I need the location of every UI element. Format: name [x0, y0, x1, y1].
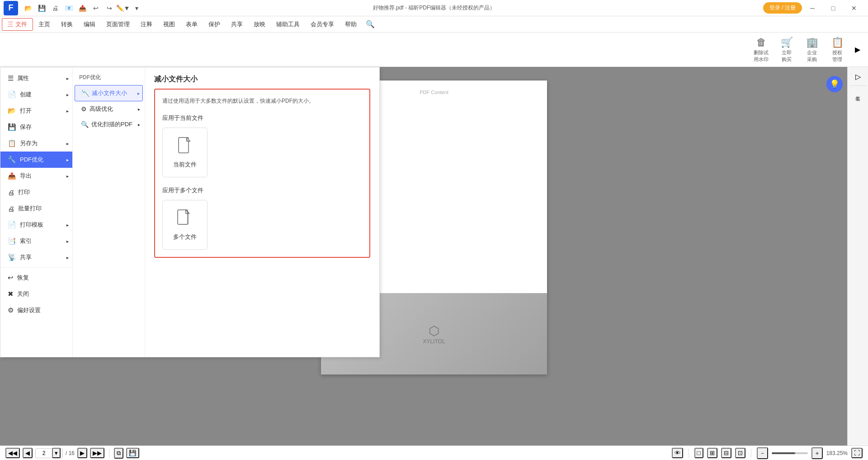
last-page-btn[interactable]: ▶▶ [90, 448, 104, 458]
minimize-btn[interactable]: ─ [802, 0, 823, 16]
fm-open[interactable]: 📂 打开 ▸ [0, 103, 72, 119]
po-reduce[interactable]: 📉 减小文件大小 ▸ [75, 85, 143, 101]
fm-save-label: 保存 [20, 123, 32, 131]
po-advanced[interactable]: ⚙ 高级优化 ▸ [75, 101, 143, 117]
fm-batch-print[interactable]: 🖨 批量打印 [0, 200, 72, 217]
view-scroll-btn[interactable]: ⊟ [721, 448, 731, 458]
login-register-btn[interactable]: 登录 / 注册 [763, 2, 802, 14]
fm-settings[interactable]: ⚙ 偏好设置 [0, 302, 72, 318]
current-file-icon [178, 137, 192, 157]
menu-tools[interactable]: 辅助工具 [271, 19, 305, 30]
view-single-btn[interactable]: □ [694, 448, 703, 458]
menu-forms[interactable]: 表单 [180, 19, 203, 30]
status-bar: ◀◀ ◀ ▾ / 16 ▶ ▶▶ ⧉ 💾 👁 □ ⊞ ⊟ ⊡ － ＋ 183.2… [0, 446, 868, 460]
toolbar-authorize[interactable]: 📋 授权管理 [826, 35, 849, 64]
menu-protect[interactable]: 保护 [203, 19, 226, 30]
fm-save-as-label: 另存为 [20, 139, 38, 147]
divider1 [109, 449, 109, 458]
po-scan-label: 优化扫描的PDF [91, 120, 132, 128]
multi-file-btn[interactable]: 多个文件 [162, 200, 208, 250]
next-page-btn[interactable]: ▶ [77, 448, 87, 458]
sidebar-sign-label[interactable]: 签名 [854, 89, 861, 96]
zoom-in-btn[interactable]: ＋ [811, 447, 823, 459]
fm-save-as[interactable]: 📋 另存为 ▸ [0, 135, 72, 152]
menu-annotate[interactable]: 注释 [135, 19, 158, 30]
fm-index[interactable]: 📑 索引 ▸ [0, 233, 72, 249]
save-page-btn[interactable]: 💾 [126, 448, 139, 458]
fm-print[interactable]: 🖨 打印 [0, 184, 72, 200]
search-icon[interactable]: 🔍 [366, 20, 375, 28]
dropdown-body: ☰ 属性 ▸ 📄 创建 ▸ 📂 打开 ▸ 💾 保存 [0, 67, 379, 357]
email-btn[interactable]: 📧 [62, 2, 75, 14]
redo-btn[interactable]: ↪ [103, 2, 116, 14]
view-mini-btn[interactable]: ⊡ [735, 448, 745, 458]
status-left: ◀◀ ◀ ▾ / 16 ▶ ▶▶ ⧉ 💾 [5, 448, 139, 459]
eye-btn[interactable]: 👁 [672, 448, 683, 458]
menu-present[interactable]: 放映 [248, 19, 271, 30]
print-icon: 🖨 [8, 189, 14, 196]
menu-edit[interactable]: 编辑 [78, 19, 101, 30]
po-scan[interactable]: 🔍 优化扫描的PDF ▸ [75, 117, 143, 132]
fm-recover[interactable]: ↩ 恢复 [0, 270, 72, 286]
page-input[interactable] [38, 450, 50, 456]
current-file-btn[interactable]: 当前文件 [162, 128, 208, 177]
toolbar-buy[interactable]: 🛒 立即购买 [775, 35, 798, 64]
menu-help[interactable]: 帮助 [340, 19, 362, 30]
status-right: 👁 □ ⊞ ⊟ ⊡ － ＋ 183.25% ⛶ [672, 447, 863, 459]
maximize-btn[interactable]: □ [823, 0, 844, 16]
fm-save[interactable]: 💾 保存 [0, 119, 72, 135]
advanced-icon: ⚙ [81, 105, 87, 113]
menu-vip[interactable]: 会员专享 [305, 19, 340, 30]
view-double-btn[interactable]: ⊞ [707, 448, 717, 458]
toolbar-delete-watermark[interactable]: 🗑 删除试用水印 [749, 35, 773, 64]
close-btn[interactable]: ✕ [844, 0, 864, 16]
po-reduce-label: 减小文件大小 [92, 89, 127, 97]
open-file-btn[interactable]: 📂 [22, 2, 34, 14]
window-controls: 登录 / 注册 ─ □ ✕ [759, 0, 864, 16]
right-sidebar: ▷ 签名 [847, 67, 868, 446]
fm-properties[interactable]: ☰ 属性 ▸ [0, 70, 72, 86]
close-icon: ✖ [8, 290, 14, 298]
page-dropdown-btn[interactable]: ▾ [52, 448, 61, 458]
lightbulb-btn[interactable]: 💡 [826, 76, 843, 92]
file-menu-left: ☰ 属性 ▸ 📄 创建 ▸ 📂 打开 ▸ 💾 保存 [0, 67, 73, 357]
multi-file-icon [177, 209, 193, 229]
fm-create[interactable]: 📄 创建 ▸ [0, 86, 72, 103]
scan-icon: 🔍 [81, 121, 89, 128]
page-indicator: ▾ [35, 448, 63, 458]
pdf-opt-icon: 🔧 [8, 156, 16, 164]
zoom-slider[interactable] [772, 452, 808, 454]
sidebar-toggle[interactable]: ▶ [851, 45, 864, 54]
export-btn[interactable]: 📤 [76, 2, 89, 14]
more-btn[interactable]: ▾ [130, 2, 143, 14]
fm-close[interactable]: ✖ 关闭 [0, 286, 72, 302]
annotate-btn[interactable]: ✏️▼ [117, 2, 129, 14]
delete-watermark-icon: 🗑 [756, 37, 766, 48]
menu-home[interactable]: 主页 [33, 19, 56, 30]
copy-page-btn[interactable]: ⧉ [114, 448, 123, 459]
fullscreen-btn[interactable]: ⛶ [851, 448, 863, 458]
prev-page-btn[interactable]: ◀ [23, 448, 33, 458]
first-page-btn[interactable]: ◀◀ [5, 448, 20, 458]
menu-file[interactable]: 三 文件 [2, 18, 33, 31]
fm-create-label: 创建 [20, 90, 32, 99]
reduce-content-container: 通过使用适用于大多数文件的默认设置，快速减小PDF的大小。 应用于当前文件 [154, 89, 370, 258]
print-btn[interactable]: 🖨 [49, 2, 61, 14]
undo-btn[interactable]: ↩ [90, 2, 102, 14]
menu-pages[interactable]: 页面管理 [101, 19, 135, 30]
po-advanced-label: 高级优化 [90, 105, 113, 113]
zoom-out-btn[interactable]: － [757, 447, 768, 459]
menu-share[interactable]: 共享 [226, 19, 248, 30]
save-btn[interactable]: 💾 [35, 2, 48, 14]
fm-print-template[interactable]: 📄 打印模板 ▸ [0, 217, 72, 233]
create-arrow: ▸ [66, 92, 69, 97]
fm-pdf-opt[interactable]: 🔧 PDF优化 ▸ [0, 152, 72, 168]
menu-view[interactable]: 视图 [158, 19, 180, 30]
toolbar-enterprise[interactable]: 🏢 企业采购 [800, 35, 824, 64]
fm-share[interactable]: 📡 共享 ▸ [0, 249, 72, 266]
menu-convert[interactable]: 转换 [56, 19, 78, 30]
current-file-label: 当前文件 [173, 161, 197, 169]
scan-arrow: ▸ [138, 122, 140, 127]
sidebar-expand-icon[interactable]: ▷ [854, 71, 863, 83]
fm-export[interactable]: 📤 导出 ▸ [0, 168, 72, 184]
